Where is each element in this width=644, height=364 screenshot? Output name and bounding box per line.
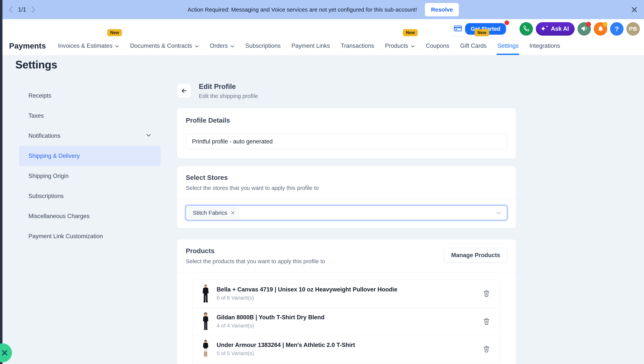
edit-profile-panel: Edit Profile Edit the shipping profile P… bbox=[177, 82, 516, 364]
notification-banner: 1/1 Action Required: Messaging and Voice… bbox=[2, 0, 644, 19]
sidebar-item-subscriptions[interactable]: Subscriptions bbox=[19, 186, 160, 206]
chevron-down-icon bbox=[230, 44, 235, 48]
megaphone-icon bbox=[581, 25, 588, 32]
ask-ai-label: Ask AI bbox=[551, 26, 569, 32]
sidebar-item-shipping-origin[interactable]: Shipping Origin bbox=[19, 166, 160, 186]
product-row: Gildan 8000B | Youth T-Shirt Dry Blend 4… bbox=[193, 307, 500, 335]
manage-products-button[interactable]: Manage Products bbox=[444, 248, 508, 263]
select-stores-card: Select Stores Select the stores that you… bbox=[177, 166, 516, 228]
chevron-down-icon[interactable] bbox=[496, 210, 502, 216]
new-badge: New bbox=[474, 29, 489, 36]
delete-product-button[interactable] bbox=[482, 316, 492, 326]
back-button[interactable] bbox=[177, 84, 191, 98]
credit-card-icon bbox=[454, 25, 462, 32]
phone-button[interactable] bbox=[520, 22, 533, 36]
top-header: Get Started ✦✦ Ask AI bbox=[2, 19, 644, 55]
chevron-left-icon[interactable] bbox=[8, 6, 14, 14]
nav-tab-integrations[interactable]: Integrations bbox=[529, 37, 560, 55]
announcements-button[interactable] bbox=[578, 22, 591, 36]
product-name: Bella + Canvas 4719 | Unisex 10 oz Heavy… bbox=[217, 286, 398, 293]
chevron-down-icon bbox=[410, 44, 415, 48]
bell-icon bbox=[597, 25, 604, 32]
banner-message: Action Required: Messaging and Voice ser… bbox=[188, 6, 417, 13]
profile-details-card: Profile Details bbox=[177, 108, 516, 159]
sparkle-icon: ✦ bbox=[540, 26, 546, 32]
left-edge-strip bbox=[0, 0, 2, 364]
banner-close-icon[interactable] bbox=[631, 0, 638, 19]
sidebar-item-taxes[interactable]: Taxes bbox=[19, 106, 160, 126]
product-thumbnail-athletic-tshirt bbox=[201, 340, 210, 358]
product-row: Bella + Canvas 4719 | Unisex 10 oz Heavy… bbox=[193, 280, 500, 307]
help-button[interactable]: ? bbox=[610, 22, 624, 36]
edit-profile-subtitle: Edit the shipping profile bbox=[199, 93, 258, 99]
stores-multiselect[interactable]: Stitch Fabrics bbox=[186, 206, 507, 220]
product-row: Under Armour 1383264 | Men's Athletic 2.… bbox=[193, 363, 500, 364]
payments-brand: Payments bbox=[9, 42, 46, 50]
product-row: Under Armour 1383264 | Men's Athletic 2.… bbox=[193, 335, 500, 363]
store-tag: Stitch Fabrics bbox=[189, 207, 239, 218]
trash-icon bbox=[482, 290, 490, 298]
remove-tag-icon[interactable] bbox=[230, 210, 235, 215]
settings-content: Settings Receipts Taxes Notifications Sh… bbox=[2, 55, 644, 364]
chevron-right-icon[interactable] bbox=[30, 6, 36, 14]
notifications-button[interactable] bbox=[594, 22, 607, 36]
new-badge: New bbox=[403, 29, 418, 36]
resolve-button[interactable]: Resolve bbox=[425, 3, 459, 16]
product-name: Under Armour 1383264 | Men's Athletic 2.… bbox=[217, 342, 355, 348]
delete-product-button[interactable] bbox=[482, 288, 492, 299]
product-name: Gildan 8000B | Youth T-Shirt Dry Blend bbox=[217, 314, 324, 321]
avatar[interactable]: PB bbox=[626, 22, 640, 36]
notification-badge bbox=[603, 22, 608, 26]
sparkle-small-icon: ✦ bbox=[546, 25, 548, 28]
payments-nav: Payments New Invoices & Estimates Docume… bbox=[9, 37, 644, 55]
nav-tab-settings[interactable]: Settings bbox=[497, 37, 518, 55]
sidebar-item-shipping-delivery[interactable]: Shipping & Delivery bbox=[19, 146, 160, 166]
banner-pager: 1/1 bbox=[8, 0, 36, 19]
phone-icon bbox=[523, 25, 530, 32]
page-title: Settings bbox=[15, 58, 644, 71]
chevron-down-icon bbox=[194, 44, 199, 48]
products-card: Products Select the products that you wa… bbox=[177, 239, 516, 364]
profile-name-input[interactable] bbox=[186, 134, 507, 149]
product-variants: 4 of 4 Variant(s) bbox=[217, 323, 324, 329]
product-variants: 5 of 5 Variant(s) bbox=[217, 350, 355, 356]
sidebar-item-miscellaneous-charges[interactable]: Miscellaneous Charges bbox=[19, 206, 160, 226]
app-root: 1/1 Action Required: Messaging and Voice… bbox=[0, 0, 644, 364]
product-list: Bella + Canvas 4719 | Unisex 10 oz Heavy… bbox=[192, 280, 500, 364]
edit-profile-title: Edit Profile bbox=[199, 82, 258, 90]
product-variants: 6 of 6 Variant(s) bbox=[217, 295, 398, 301]
alert-badge bbox=[586, 22, 591, 27]
nav-tab-documents-contracts[interactable]: Documents & Contracts bbox=[130, 37, 199, 55]
ask-ai-button[interactable]: ✦✦ Ask AI bbox=[536, 22, 575, 36]
trash-icon bbox=[482, 318, 490, 325]
delete-product-button[interactable] bbox=[482, 344, 492, 354]
chevron-down-icon bbox=[115, 44, 119, 48]
store-tag-label: Stitch Fabrics bbox=[193, 210, 227, 216]
select-stores-title: Select Stores bbox=[186, 174, 507, 181]
nav-tab-invoices-estimates[interactable]: New Invoices & Estimates bbox=[58, 37, 120, 55]
nav-tab-payment-links[interactable]: Payment Links bbox=[292, 37, 330, 55]
products-subtitle: Select the products that you want to app… bbox=[186, 258, 325, 264]
nav-tab-subscriptions[interactable]: Subscriptions bbox=[246, 37, 281, 55]
product-thumbnail-hoodie bbox=[201, 284, 210, 303]
divider bbox=[177, 273, 516, 273]
question-mark-icon: ? bbox=[615, 25, 619, 32]
nav-tab-products[interactable]: New Products bbox=[385, 37, 415, 55]
products-title: Products bbox=[186, 247, 325, 255]
chevron-down-icon bbox=[146, 132, 152, 140]
nav-tab-gift-cards[interactable]: New Gift Cards bbox=[460, 37, 487, 55]
avatar-initials: PB bbox=[629, 26, 637, 32]
profile-details-title: Profile Details bbox=[186, 116, 507, 124]
new-badge: New bbox=[107, 29, 122, 36]
settings-sidebar: Receipts Taxes Notifications Shipping & … bbox=[19, 86, 160, 246]
close-icon bbox=[1, 350, 8, 356]
nav-tab-coupons[interactable]: Coupons bbox=[426, 37, 449, 55]
product-thumbnail-youth-tshirt bbox=[201, 312, 210, 331]
sidebar-item-notifications[interactable]: Notifications bbox=[19, 126, 160, 146]
nav-tab-transactions[interactable]: Transactions bbox=[341, 37, 374, 55]
arrow-left-icon bbox=[180, 87, 188, 95]
banner-page-count: 1/1 bbox=[18, 6, 26, 13]
sidebar-item-payment-link-customization[interactable]: Payment Link Customization bbox=[19, 226, 160, 246]
nav-tab-orders[interactable]: Orders bbox=[210, 37, 235, 55]
sidebar-item-receipts[interactable]: Receipts bbox=[19, 86, 160, 106]
